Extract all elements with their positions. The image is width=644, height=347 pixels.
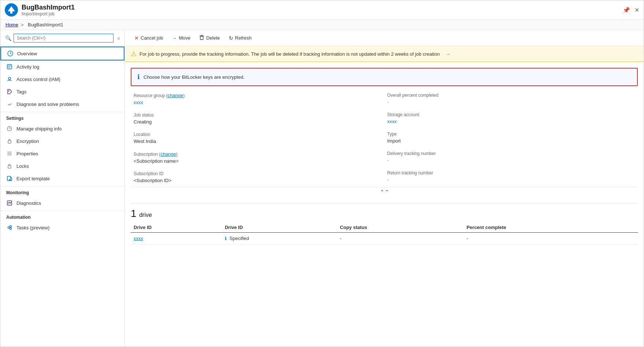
cancel-job-label: Cancel job — [141, 35, 163, 41]
warning-icon: ⚠ — [131, 50, 137, 58]
type-label: Type — [387, 132, 635, 137]
collapse-button[interactable]: ⌃⌃ — [380, 189, 389, 196]
job-status-label: Job status — [134, 112, 381, 118]
sidebar-search-container: 🔍 « — [0, 30, 124, 47]
cancel-job-button[interactable]: ✕ Cancel job — [131, 33, 167, 43]
sidebar-item-properties-label: Properties — [16, 151, 38, 156]
sidebar-item-diagnostics[interactable]: Diagnostics — [0, 197, 124, 209]
diagnostics-icon — [6, 200, 13, 206]
delete-button[interactable]: Delete — [196, 33, 224, 43]
type-value: Import — [387, 138, 635, 144]
detail-subscription: Subscription (change) <Subscription name… — [131, 148, 384, 167]
sidebar-item-activity-log-label: Activity log — [16, 64, 39, 70]
sidebar-item-access-control-label: Access control (IAM) — [16, 77, 60, 82]
return-tracking-label: Return tracking number — [387, 170, 635, 176]
search-input[interactable] — [14, 34, 113, 43]
sidebar-item-shipping[interactable]: Manage shipping info — [0, 122, 124, 135]
main-layout: 🔍 « Overview Activity log — [0, 30, 644, 347]
col-drive-id-1: Drive ID — [131, 222, 222, 233]
sidebar-item-export-template-label: Export template — [16, 176, 50, 181]
window-title: BugBashImport1 — [22, 4, 623, 11]
title-bar-text: BugBashImport1 Import/export job — [22, 4, 623, 16]
tasks-icon — [6, 224, 13, 231]
detail-delivery-tracking: Delivery tracking number - — [384, 147, 638, 167]
svg-rect-15 — [8, 141, 11, 143]
drive-id-1-link[interactable]: xxxx — [134, 236, 143, 241]
svg-point-24 — [10, 226, 12, 228]
move-label: Move — [179, 35, 190, 41]
drive-table: Drive ID Drive ID Copy status Percent co… — [131, 222, 638, 244]
subscription-id-label: Subscription ID — [134, 171, 381, 176]
resource-group-label: Resource group (change) — [134, 93, 381, 98]
drive-section: 1 drive Drive ID Drive ID Copy status Pe… — [131, 203, 638, 244]
info-text: Choose how your BitLocker keys are encry… — [144, 74, 245, 80]
svg-rect-2 — [10, 11, 12, 14]
sidebar-item-activity-log[interactable]: Activity log — [0, 60, 124, 73]
drive-id-2-value: Specified — [230, 236, 249, 241]
delivery-tracking-label: Delivery tracking number — [387, 151, 635, 156]
sidebar-item-encryption-label: Encryption — [16, 139, 39, 144]
diagnose-icon — [6, 101, 13, 107]
properties-icon — [6, 150, 13, 157]
sidebar-item-locks[interactable]: Locks — [0, 160, 124, 172]
detail-type: Type Import — [384, 128, 638, 147]
sidebar-item-export-template[interactable]: Export template — [0, 172, 124, 185]
svg-point-25 — [10, 228, 12, 230]
info-icon: ℹ — [137, 73, 140, 81]
drive-id-1-cell: xxxx — [131, 233, 222, 244]
delivery-tracking-value: - — [387, 158, 635, 163]
warning-arrow: → — [446, 51, 450, 57]
breadcrumb: Home > BugBashImport1 — [0, 20, 644, 30]
detail-location: Location West India — [131, 128, 384, 148]
sidebar-item-tasks[interactable]: Tasks (preview) — [0, 221, 124, 234]
svg-rect-28 — [200, 36, 203, 40]
detail-storage-account: Storage account xxxx — [384, 108, 638, 128]
sidebar-item-locks-label: Locks — [16, 163, 29, 169]
resource-group-value[interactable]: xxxx — [134, 100, 381, 105]
resource-group-change[interactable]: change — [168, 93, 183, 98]
svg-point-11 — [8, 91, 10, 92]
sidebar-item-shipping-label: Manage shipping info — [16, 126, 62, 132]
details-container: Resource group (change) xxxx Job status … — [131, 89, 638, 187]
sidebar-item-encryption[interactable]: Encryption — [0, 135, 124, 147]
detail-subscription-id: Subscription ID <Subscription ID> — [131, 167, 384, 187]
close-button[interactable]: ✕ — [634, 7, 639, 14]
info-banner: ℹ Choose how your BitLocker keys are enc… — [131, 68, 638, 86]
sidebar-item-tasks-label: Tasks (preview) — [16, 225, 49, 230]
collapse-row: ⌃⌃ — [131, 187, 638, 197]
sidebar-item-overview[interactable]: Overview — [0, 47, 124, 60]
monitoring-section-label: Monitoring — [0, 186, 124, 197]
settings-section-label: Settings — [0, 112, 124, 122]
copy-status-cell: - — [337, 233, 464, 244]
subscription-value: <Subscription name> — [134, 158, 381, 164]
refresh-button[interactable]: ↻ Refresh — [225, 33, 256, 43]
sidebar-item-diagnose[interactable]: Diagnose and solve problems — [0, 98, 124, 110]
move-button[interactable]: → Move — [168, 33, 194, 43]
sidebar-item-properties[interactable]: Properties — [0, 147, 124, 160]
collapse-icon[interactable]: « — [117, 35, 120, 41]
encryption-icon — [6, 138, 13, 144]
storage-account-value[interactable]: xxxx — [387, 119, 635, 124]
sidebar-item-access-control[interactable]: Access control (IAM) — [0, 73, 124, 85]
pin-button[interactable]: 📌 — [623, 7, 630, 14]
refresh-label: Refresh — [235, 35, 252, 41]
percent-completed-value: - — [387, 99, 635, 105]
col-copy-status: Copy status — [337, 222, 464, 233]
move-icon: → — [172, 35, 177, 41]
col-percent-complete: Percent complete — [464, 222, 638, 233]
drive-id-2-icon: ℹ — [225, 236, 227, 241]
warning-text: For job to progress, provide the trackin… — [139, 51, 440, 57]
title-bar: BugBashImport1 Import/export job 📌 ✕ — [0, 0, 644, 20]
breadcrumb-current: BugBashImport1 — [28, 22, 63, 27]
sidebar-item-tags[interactable]: Tags — [0, 85, 124, 98]
locks-icon — [6, 163, 13, 169]
drive-count: 1 — [131, 208, 137, 219]
app-icon — [5, 3, 18, 16]
subscription-change[interactable]: change — [160, 151, 176, 157]
svg-point-9 — [8, 77, 11, 80]
svg-marker-4 — [10, 52, 11, 54]
breadcrumb-separator: > — [21, 22, 24, 27]
breadcrumb-home[interactable]: Home — [5, 22, 18, 27]
detail-resource-group: Resource group (change) xxxx — [131, 89, 384, 109]
warning-banner[interactable]: ⚠ For job to progress, provide the track… — [125, 46, 644, 62]
